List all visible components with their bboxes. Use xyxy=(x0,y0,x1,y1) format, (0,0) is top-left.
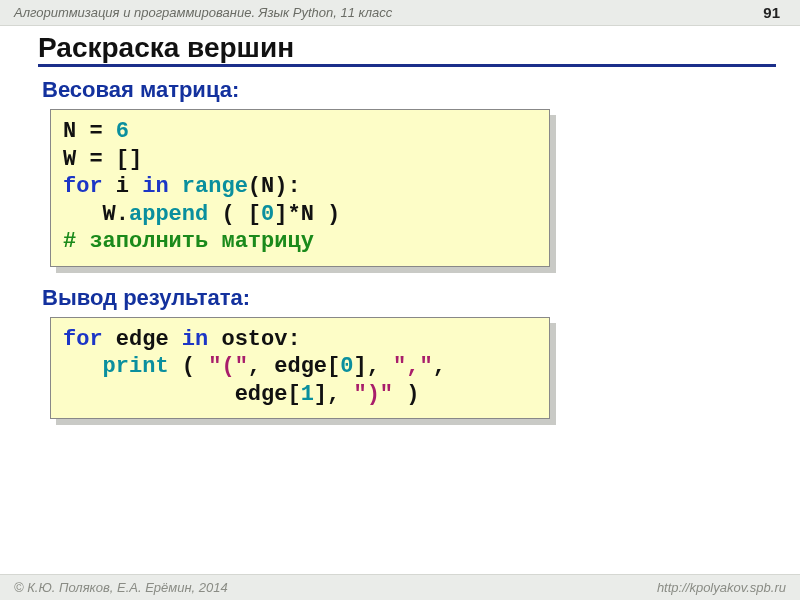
code-block-2: for edge in ostov: print ( "(", edge[0],… xyxy=(50,317,550,420)
footer-url: http://kpolyakov.spb.ru xyxy=(657,580,786,595)
code-text: N = 6 W = [] for i in range(N): W.append… xyxy=(63,119,340,254)
page-number: 91 xyxy=(763,4,780,21)
page-title: Раскраска вершин xyxy=(38,32,776,67)
breadcrumb: Алгоритмизация и программирование. Язык … xyxy=(14,5,392,20)
footer-bar: © К.Ю. Поляков, Е.А. Ерёмин, 2014 http:/… xyxy=(0,574,800,600)
slide-content: Раскраска вершин Весовая матрица: N = 6 … xyxy=(0,26,800,419)
code-block-1: N = 6 W = [] for i in range(N): W.append… xyxy=(50,109,550,267)
code-text: for edge in ostov: print ( "(", edge[0],… xyxy=(63,327,446,407)
code-box: for edge in ostov: print ( "(", edge[0],… xyxy=(50,317,550,420)
footer-copyright: © К.Ю. Поляков, Е.А. Ерёмин, 2014 xyxy=(14,580,228,595)
header-bar: Алгоритмизация и программирование. Язык … xyxy=(0,0,800,26)
code-box: N = 6 W = [] for i in range(N): W.append… xyxy=(50,109,550,267)
section-weight-matrix: Весовая матрица: xyxy=(42,77,776,103)
section-output: Вывод результата: xyxy=(42,285,776,311)
